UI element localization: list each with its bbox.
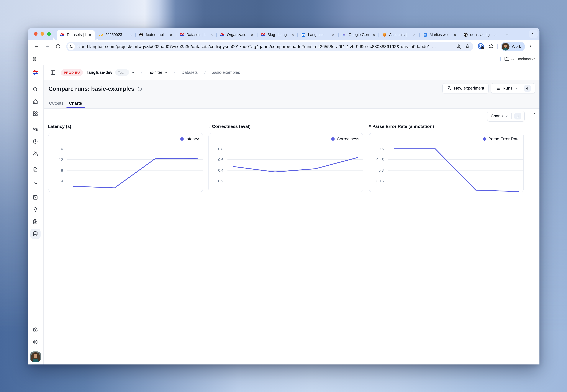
sidebar-nav [28, 80, 43, 239]
new-tab-button[interactable] [503, 31, 510, 38]
apps-shortcut-button[interactable] [32, 56, 37, 61]
chart-card[interactable]: 0.20.40.60.8Correctness [208, 133, 363, 192]
back-button[interactable] [32, 42, 41, 51]
sidebar-item-list-tree[interactable] [30, 124, 41, 135]
chart-card[interactable]: 481216latency [48, 133, 203, 192]
breadcrumb-item[interactable]: basic-examples [212, 70, 240, 75]
sidebar-item-settings-gear[interactable] [30, 325, 41, 335]
browser-tab-3[interactable]: ×feat(io-tabl [136, 30, 176, 40]
project-switcher-chevron[interactable] [164, 71, 168, 74]
address-bar[interactable]: cloud.langfuse.com/project/cmfwgv8fx002o… [66, 42, 473, 51]
langfuse-logo-icon[interactable] [32, 70, 39, 76]
langfuse-app: PROD-EU langfuse-dev Team no-filter Data… [28, 65, 539, 364]
tab-search-button[interactable] [529, 29, 538, 38]
breadcrumb-project[interactable]: no-filter [149, 70, 162, 75]
sidebar-item-terminal[interactable] [30, 177, 41, 187]
sidebar-item-file-code[interactable] [30, 164, 41, 175]
profile-chip[interactable]: Work [501, 42, 525, 51]
runs-button[interactable]: Runs 4 [491, 83, 535, 94]
sidebar-item-life-buoy[interactable] [30, 337, 41, 347]
browser-menu-button[interactable] [526, 42, 535, 51]
chart-title: # Parse Error Rate (annotation) [369, 124, 524, 129]
tab-close-button[interactable] [493, 32, 498, 37]
sidebar-item-clipboard-pen[interactable] [30, 217, 41, 227]
page-title: Compare runs: basic-examples [48, 85, 134, 92]
sidebar-item-users[interactable] [30, 149, 41, 159]
password-extension-button[interactable] [477, 43, 484, 50]
plus-icon [505, 32, 509, 37]
kebab-menu-icon [528, 44, 533, 49]
org-switcher-chevron[interactable] [131, 71, 135, 74]
close-window-button[interactable] [34, 32, 38, 36]
tab-close-button[interactable] [371, 32, 376, 37]
tab-close-button[interactable] [250, 32, 255, 37]
tab-close-button[interactable] [452, 32, 457, 37]
svg-text:0.45: 0.45 [376, 157, 383, 162]
charts-selector-button[interactable]: Charts 3 [487, 111, 524, 121]
page-tab-outputs[interactable]: Outputs [46, 98, 66, 108]
browser-tab-11[interactable]: docs: add g [460, 30, 500, 40]
fullscreen-window-button[interactable] [47, 32, 51, 36]
langfuse-favicon-icon [220, 32, 225, 37]
button-divider [521, 85, 521, 91]
apps-grid-icon [32, 56, 37, 61]
tab-close-button[interactable] [87, 32, 92, 37]
bookmark-star-button[interactable] [465, 44, 470, 49]
tab-close-button[interactable] [169, 32, 173, 37]
terminal-icon [33, 179, 38, 184]
url-text[interactable]: cloud.langfuse.com/project/cmfwgv8fx002o… [77, 44, 452, 49]
browser-tab-7[interactable]: 6Langfuse – [298, 30, 338, 40]
forward-button[interactable] [43, 42, 52, 51]
zoom-button[interactable] [456, 44, 461, 49]
reload-button[interactable] [54, 42, 63, 51]
browser-tab-4[interactable]: Datasets | L [176, 30, 217, 40]
chart-title: Latency (s) [48, 124, 203, 129]
environment-badge[interactable]: PROD-EU [61, 69, 83, 76]
breadcrumb-org[interactable]: langfuse-dev [87, 70, 113, 75]
sidebar-toggle-button[interactable] [49, 68, 58, 77]
browser-tab-2[interactable]: CO20250923 [95, 30, 136, 40]
sidebar-item-database[interactable] [30, 229, 41, 239]
slash-icon [139, 70, 144, 75]
browser-tab-5[interactable]: Organizatio [217, 30, 257, 40]
svg-text:0.6: 0.6 [378, 147, 384, 151]
sidebar-logo-row [28, 65, 43, 80]
langfuse-favicon-icon [60, 32, 65, 37]
tab-separator [216, 32, 217, 37]
browser-tab-8[interactable]: Google Gen [338, 30, 379, 40]
chart-plot: 481216 [48, 133, 203, 192]
collapse-panel-button[interactable] [531, 111, 538, 118]
sidebar-item-square-percent[interactable] [30, 192, 41, 203]
tab-close-button[interactable] [128, 32, 133, 37]
sidebar-item-search[interactable] [30, 84, 41, 95]
legend-label: Parse Error Rate [488, 137, 520, 141]
user-avatar[interactable] [30, 351, 41, 362]
new-experiment-button[interactable]: New experiment [442, 83, 489, 94]
flask-icon [447, 86, 452, 91]
sidebar-item-clock[interactable] [30, 136, 41, 147]
info-button[interactable] [137, 86, 142, 91]
site-settings-chip[interactable] [67, 43, 75, 50]
tab-close-button[interactable] [412, 32, 417, 37]
page-tab-charts[interactable]: Charts [66, 98, 85, 108]
tab-close-button[interactable] [209, 32, 214, 37]
minimize-window-button[interactable] [40, 32, 44, 36]
tab-title: docs: add g [470, 33, 493, 37]
right-rail [529, 109, 539, 364]
extensions-button[interactable] [489, 44, 494, 49]
chart-card[interactable]: 0.150.30.450.6Parse Error Rate [369, 133, 524, 192]
breadcrumb-section[interactable]: Datasets [182, 70, 198, 75]
svg-text:0.2: 0.2 [218, 179, 223, 183]
tab-close-button[interactable] [331, 32, 336, 37]
sidebar-item-layout-grid[interactable] [30, 108, 41, 119]
tab-close-button[interactable] [290, 32, 295, 37]
life-buoy-icon [33, 339, 38, 345]
browser-tab-10[interactable]: Marlies we [419, 30, 460, 40]
all-bookmarks-button[interactable]: All Bookmarks [504, 56, 535, 61]
browser-tab-9[interactable]: Accounts | [379, 30, 419, 40]
browser-tab-6[interactable]: Blog - Lang [257, 30, 298, 40]
breadcrumb: PROD-EU langfuse-dev Team no-filter Data… [43, 65, 539, 80]
sidebar-item-lightbulb[interactable] [30, 204, 41, 215]
sidebar-item-home[interactable] [30, 96, 41, 107]
browser-tab-1[interactable]: Datasets | L [57, 30, 95, 40]
